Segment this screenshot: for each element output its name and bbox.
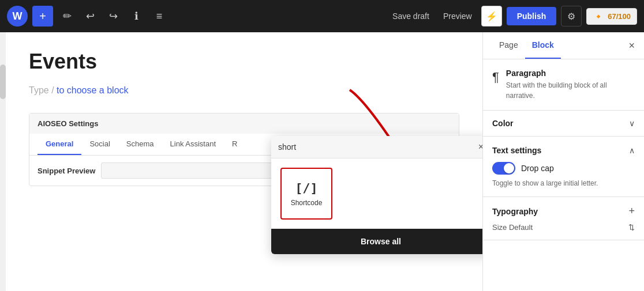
typography-header: Typography +: [492, 205, 635, 217]
sidebar-tabs: Page Block ×: [483, 32, 644, 59]
text-settings-header: Text settings ∧: [492, 146, 635, 155]
scroll-thumb[interactable]: [0, 65, 6, 99]
aioseo-tab-link-assistant[interactable]: Link Assistant: [162, 134, 224, 155]
gear-icon: ⚙: [567, 11, 575, 22]
choose-block-hint: to choose a block: [57, 85, 129, 95]
settings-button[interactable]: ⚙: [561, 6, 582, 27]
aioseo-header: AIOSEO Settings: [29, 114, 459, 134]
text-settings-section: Text settings ∧ Drop cap Toggle to show …: [483, 137, 644, 197]
main-layout: Events Type / to choose a block AIOSEO S…: [0, 32, 644, 291]
block-description: Start with the building block of all nar…: [506, 80, 635, 101]
seo-score-badge[interactable]: 🔸 67/100: [586, 8, 637, 25]
shortcode-label: Shortcode: [291, 199, 323, 207]
typography-add-icon[interactable]: +: [628, 205, 635, 217]
drop-cap-toggle[interactable]: [492, 162, 515, 175]
add-block-toolbar-button[interactable]: +: [32, 6, 53, 27]
undo-button[interactable]: ↩: [81, 7, 99, 25]
aioseo-tab-social[interactable]: Social: [81, 134, 118, 155]
snippet-preview-label: Snippet Preview: [38, 167, 95, 175]
drop-cap-row: Drop cap: [492, 162, 635, 175]
editor-area: Events Type / to choose a block AIOSEO S…: [6, 32, 482, 291]
plus-icon: +: [39, 10, 46, 23]
block-grid: [/] Shortcode: [271, 158, 482, 229]
color-section-header[interactable]: Color ∨: [483, 111, 644, 137]
size-control-icon[interactable]: ⇅: [628, 223, 635, 232]
shortcode-icon: [/]: [295, 181, 318, 195]
paragraph-icon: ¶: [492, 70, 499, 85]
score-icon: 🔸: [593, 11, 604, 22]
score-value: 67/100: [608, 12, 631, 21]
aioseo-tab-general[interactable]: General: [38, 134, 81, 155]
block-search-bar: ×: [271, 136, 482, 158]
typography-label: Typography: [492, 207, 538, 216]
list-view-button[interactable]: ≡: [150, 7, 169, 25]
sidebar-close-button[interactable]: ×: [628, 40, 635, 52]
block-info-section: ¶ Paragraph Start with the building bloc…: [483, 59, 644, 111]
block-search-input[interactable]: [278, 142, 474, 152]
block-info: ¶ Paragraph Start with the building bloc…: [492, 69, 635, 101]
text-settings-arrow-icon: ∧: [629, 146, 635, 155]
block-placeholder: Type / to choose a block: [29, 85, 459, 96]
scroll-track[interactable]: [0, 32, 6, 291]
lightning-icon: ⚡: [486, 11, 497, 22]
size-label: Size Default: [492, 223, 533, 232]
shortcode-block-item[interactable]: [/] Shortcode: [280, 168, 332, 220]
preview-button[interactable]: Preview: [439, 12, 477, 21]
toolbar: W + ✏ ↩ ↪ ℹ ≡ Save draft Preview ⚡ Publi…: [0, 0, 644, 32]
block-name: Paragraph: [506, 69, 635, 78]
lightning-button[interactable]: ⚡: [481, 6, 502, 27]
sidebar-tab-block[interactable]: Block: [525, 32, 561, 59]
sidebar-tab-page[interactable]: Page: [492, 32, 525, 59]
search-close-button[interactable]: ×: [478, 142, 482, 152]
right-sidebar: Page Block × ¶ Paragraph Start with the …: [482, 32, 644, 291]
color-chevron-icon: ∨: [629, 119, 635, 128]
redo-button[interactable]: ↪: [104, 7, 122, 25]
text-settings-label: Text settings: [492, 146, 541, 155]
size-row: Size Default ⇅: [492, 223, 635, 232]
browse-all-button[interactable]: Browse all: [271, 229, 482, 254]
drop-cap-label: Drop cap: [521, 164, 554, 173]
toggle-knob: [504, 163, 514, 173]
edit-icon-button[interactable]: ✏: [58, 7, 76, 25]
block-search-popup: × [/] Shortcode Browse all: [271, 136, 482, 254]
info-button[interactable]: ℹ: [127, 7, 145, 25]
color-section-label: Color: [492, 119, 514, 128]
publish-button[interactable]: Publish: [507, 7, 557, 25]
aioseo-tab-r[interactable]: R: [224, 134, 245, 155]
aioseo-tab-schema[interactable]: Schema: [118, 134, 162, 155]
drop-cap-hint: Toggle to show a large initial letter.: [492, 179, 635, 187]
typography-section: Typography + Size Default ⇅: [483, 197, 644, 240]
block-info-text: Paragraph Start with the building block …: [506, 69, 635, 101]
wp-logo-icon[interactable]: W: [7, 6, 28, 27]
save-draft-button[interactable]: Save draft: [388, 12, 434, 21]
page-title[interactable]: Events: [29, 50, 459, 74]
